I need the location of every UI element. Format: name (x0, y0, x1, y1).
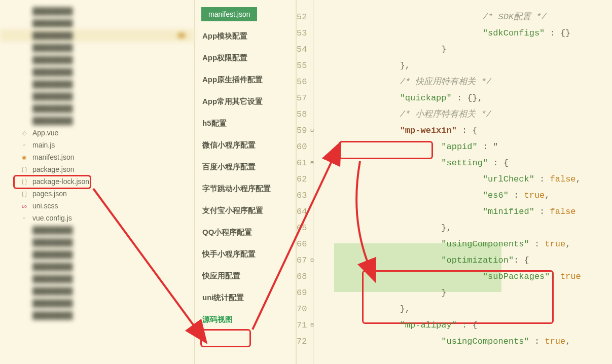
tree-item-blur: ████████ (0, 248, 194, 261)
tree-item-blur: ████████ (0, 224, 194, 236)
tree-item-blur: ████████ (0, 66, 194, 78)
fold-marker (310, 334, 313, 350)
tree-item-blur: ████████ (0, 42, 194, 54)
code-line[interactable]: "mp-alipay" : { (317, 317, 612, 334)
file-manifest-json[interactable]: ◉manifest.json (0, 151, 194, 163)
config-panel: manifest.json App模块配置App权限配置App原生插件配置App… (195, 0, 297, 364)
file-App-vue[interactable]: ◇App.vue (0, 127, 194, 139)
code-line[interactable]: }, (317, 301, 612, 317)
config-item-11[interactable]: 快应用配置 (195, 265, 296, 287)
tab-manifest[interactable]: manifest.json (201, 7, 257, 21)
config-item-1[interactable]: App权限配置 (195, 47, 296, 69)
file-uni-scss[interactable]: ᔕuni.scss (0, 200, 194, 212)
config-item-6[interactable]: 百度小程序配置 (195, 156, 296, 178)
config-item-0[interactable]: App模块配置 (195, 25, 296, 47)
token-key: "optimization" (441, 256, 514, 265)
config-item-8[interactable]: 支付宝小程序配置 (195, 200, 296, 222)
token-key: "appid" (441, 142, 477, 152)
code-editor[interactable]: 5253545556575859606162636465666768697071… (297, 0, 612, 364)
fold-marker (310, 220, 313, 236)
line-number: 57 (297, 90, 307, 106)
config-item-2[interactable]: App原生插件配置 (195, 69, 296, 91)
code-line[interactable]: "quickapp" : {}, (317, 90, 612, 106)
token-punc: } (441, 288, 446, 298)
token-blur (498, 142, 612, 152)
code-line[interactable]: }, (317, 58, 612, 74)
line-number: 55 (297, 58, 307, 74)
fold-marker (310, 139, 313, 155)
line-number: 63 (297, 188, 307, 204)
code-line[interactable]: "appid" : " , (317, 139, 612, 155)
file-pages-json[interactable]: { }pages.json (0, 188, 194, 200)
config-item-3[interactable]: App常用其它设置 (195, 91, 296, 113)
tree-item-blur: ████████ (0, 5, 194, 17)
config-item-9[interactable]: QQ小程序配置 (195, 222, 296, 243)
config-item-4[interactable]: h5配置 (195, 113, 296, 134)
fold-gutter: ⊟⊟⊟⊟ (310, 0, 314, 364)
folder-open-icon (178, 33, 185, 38)
fold-marker (310, 74, 313, 90)
code-line[interactable]: "usingComponents" : true, (317, 334, 612, 350)
file-label: vue.config.js (32, 214, 72, 222)
file-main-js[interactable]: ▫main.js (0, 139, 194, 151)
code-line[interactable]: "mp-weixin" : { (317, 123, 612, 139)
file-package-json[interactable]: { }package.json (0, 163, 194, 175)
tree-item-blur: ████████ (0, 90, 194, 102)
tree-item-blur: ████████ (0, 17, 194, 29)
line-number: 69 (297, 285, 307, 301)
fold-marker (310, 90, 313, 106)
token-key: "usingComponents" (441, 337, 529, 346)
fold-marker (310, 42, 313, 58)
token-punc: {}, (467, 93, 483, 103)
vue-file-icon: ◇ (20, 129, 28, 137)
token-punc: : (478, 142, 493, 152)
code-line[interactable]: } (317, 42, 612, 58)
scss-file-icon: ᔕ (20, 202, 28, 210)
code-line[interactable]: "es6" : true, (317, 188, 612, 204)
token-punc: : (545, 28, 560, 38)
line-number: 66 (297, 236, 307, 252)
code-line[interactable]: }, (317, 220, 612, 236)
code-line[interactable]: "urlCheck" : false, (317, 171, 612, 188)
token-comment: /* 快应用特有相关 */ (400, 77, 491, 87)
config-item-13[interactable]: 源码视图 (195, 309, 296, 331)
json-file-icon: { } (20, 190, 28, 198)
file-label: pages.json (32, 190, 67, 198)
fold-marker (310, 301, 313, 317)
config-item-5[interactable]: 微信小程序配置 (195, 134, 296, 156)
token-keybold: "mp-weixin" (400, 126, 457, 135)
token-bool: true (524, 191, 545, 200)
tree-item-blur: ████████ (0, 54, 194, 66)
token-key: "sdkConfigs" (483, 28, 545, 38)
token-punc: }, (441, 223, 451, 233)
code-area[interactable]: /* SDK配置 */ "sdkConfigs" : {} } }, /* 快应… (314, 0, 612, 364)
tree-item-blur: ████████ (0, 309, 194, 321)
code-line[interactable]: "sdkConfigs" : {} (317, 25, 612, 42)
file-vue-config-js[interactable]: ▫vue.config.js (0, 212, 194, 224)
code-line[interactable]: /* 小程序特有相关 */ (317, 106, 612, 123)
config-item-10[interactable]: 快手小程序配置 (195, 243, 296, 265)
code-line[interactable]: /* 快应用特有相关 */ (317, 74, 612, 90)
token-punc: : (509, 191, 524, 200)
config-item-12[interactable]: uni统计配置 (195, 287, 296, 309)
token-bool: false (550, 207, 576, 216)
tree-item-blur: ████████ (0, 236, 194, 248)
file-package-lock-json[interactable]: { }package-lock.json (0, 175, 194, 188)
fold-marker[interactable]: ⊟ (310, 155, 313, 171)
fold-marker[interactable]: ⊟ (310, 317, 313, 334)
tree-item-blur: ████████ (0, 261, 194, 273)
code-line[interactable]: /* SDK配置 */ (317, 9, 612, 25)
token-punc: : (534, 174, 550, 184)
config-item-7[interactable]: 字节跳动小程序配置 (195, 178, 296, 200)
tree-item-blur: ████████ (0, 285, 194, 297)
code-line[interactable]: "minified" : false (317, 204, 612, 220)
tree-item-blur: ████████ (0, 102, 194, 115)
fold-marker (310, 188, 313, 204)
token-punc: }, (400, 304, 410, 314)
fold-marker (310, 285, 313, 301)
line-number: 72 (297, 334, 307, 350)
token-key: "es6" (483, 191, 509, 200)
fold-marker[interactable]: ⊟ (310, 252, 313, 269)
code-line[interactable]: "setting" : { (317, 155, 612, 171)
fold-marker[interactable]: ⊟ (310, 123, 313, 139)
